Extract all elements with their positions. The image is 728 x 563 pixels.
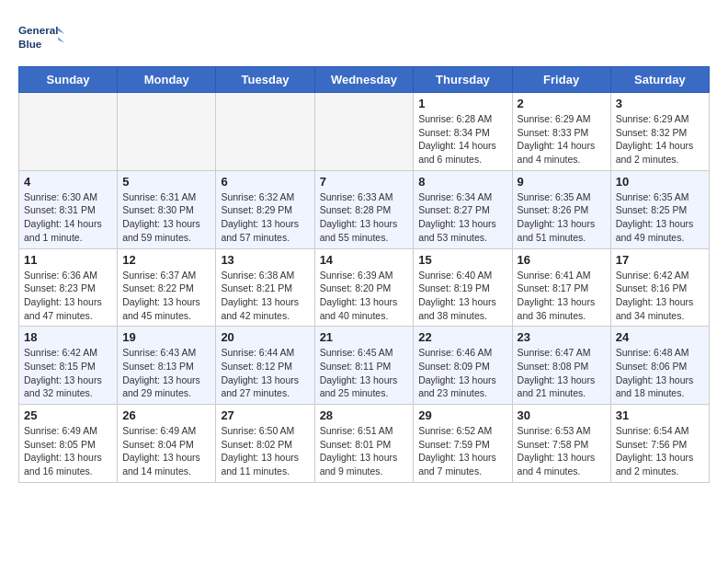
day-info: Sunrise: 6:53 AMSunset: 7:58 PMDaylight:… — [518, 424, 606, 478]
calendar-day: 29Sunrise: 6:52 AMSunset: 7:59 PMDayligh… — [414, 405, 512, 483]
day-info: Sunrise: 6:40 AMSunset: 8:19 PMDaylight:… — [418, 269, 506, 323]
day-info: Sunrise: 6:48 AMSunset: 8:06 PMDaylight:… — [616, 346, 704, 400]
day-number: 28 — [320, 408, 409, 422]
calendar-day: 18Sunrise: 6:42 AMSunset: 8:15 PMDayligh… — [19, 327, 118, 405]
day-info: Sunrise: 6:39 AMSunset: 8:20 PMDaylight:… — [320, 269, 409, 323]
calendar-day: 31Sunrise: 6:54 AMSunset: 7:56 PMDayligh… — [610, 405, 709, 483]
weekday-header-saturday: Saturday — [610, 67, 709, 93]
day-info: Sunrise: 6:50 AMSunset: 8:02 PMDaylight:… — [221, 424, 309, 478]
day-info: Sunrise: 6:28 AMSunset: 8:34 PMDaylight:… — [418, 112, 506, 167]
weekday-header-monday: Monday — [118, 67, 216, 93]
day-info: Sunrise: 6:41 AMSunset: 8:17 PMDaylight:… — [518, 269, 606, 323]
day-info: Sunrise: 6:32 AMSunset: 8:29 PMDaylight:… — [221, 190, 309, 245]
svg-text:General: General — [18, 24, 58, 36]
day-info: Sunrise: 6:30 AMSunset: 8:31 PMDaylight:… — [24, 190, 112, 245]
day-number: 6 — [221, 175, 309, 189]
calendar-day: 16Sunrise: 6:41 AMSunset: 8:17 PMDayligh… — [512, 248, 610, 327]
logo: General Blue — [18, 18, 64, 57]
svg-marker-2 — [58, 28, 64, 34]
day-info: Sunrise: 6:49 AMSunset: 8:05 PMDaylight:… — [24, 424, 112, 478]
calendar-day: 17Sunrise: 6:42 AMSunset: 8:16 PMDayligh… — [610, 248, 709, 327]
calendar-day: 11Sunrise: 6:36 AMSunset: 8:23 PMDayligh… — [19, 248, 118, 327]
calendar-day: 20Sunrise: 6:44 AMSunset: 8:12 PMDayligh… — [216, 327, 314, 405]
day-number: 11 — [24, 253, 112, 267]
day-number: 7 — [320, 175, 409, 189]
weekday-header-tuesday: Tuesday — [216, 67, 314, 93]
calendar-week-1: 1Sunrise: 6:28 AMSunset: 8:34 PMDaylight… — [19, 93, 710, 171]
calendar-day: 15Sunrise: 6:40 AMSunset: 8:19 PMDayligh… — [414, 248, 512, 327]
calendar-day — [118, 93, 216, 171]
day-number: 13 — [221, 253, 309, 267]
weekday-header-thursday: Thursday — [414, 67, 512, 93]
calendar-day: 6Sunrise: 6:32 AMSunset: 8:29 PMDaylight… — [216, 170, 314, 248]
weekday-header-wednesday: Wednesday — [314, 67, 414, 93]
day-info: Sunrise: 6:46 AMSunset: 8:09 PMDaylight:… — [418, 346, 506, 400]
calendar-day — [314, 93, 414, 171]
calendar-day: 26Sunrise: 6:49 AMSunset: 8:04 PMDayligh… — [118, 405, 216, 483]
calendar-day: 14Sunrise: 6:39 AMSunset: 8:20 PMDayligh… — [314, 248, 414, 327]
day-number: 12 — [122, 253, 210, 267]
calendar-day — [19, 93, 118, 171]
calendar-day: 22Sunrise: 6:46 AMSunset: 8:09 PMDayligh… — [414, 327, 512, 405]
day-number: 2 — [518, 97, 606, 110]
calendar-day: 9Sunrise: 6:35 AMSunset: 8:26 PMDaylight… — [512, 170, 610, 248]
calendar-day: 5Sunrise: 6:31 AMSunset: 8:30 PMDaylight… — [118, 170, 216, 248]
day-number: 8 — [418, 175, 506, 189]
calendar-day: 2Sunrise: 6:29 AMSunset: 8:33 PMDaylight… — [512, 93, 610, 171]
calendar-day: 7Sunrise: 6:33 AMSunset: 8:28 PMDaylight… — [314, 170, 414, 248]
day-info: Sunrise: 6:33 AMSunset: 8:28 PMDaylight:… — [320, 190, 409, 245]
calendar-day: 3Sunrise: 6:29 AMSunset: 8:32 PMDaylight… — [610, 93, 709, 171]
day-info: Sunrise: 6:43 AMSunset: 8:13 PMDaylight:… — [122, 346, 210, 400]
calendar-table: SundayMondayTuesdayWednesdayThursdayFrid… — [18, 66, 710, 483]
day-number: 4 — [24, 175, 112, 189]
svg-marker-3 — [58, 37, 64, 43]
day-number: 20 — [221, 330, 309, 344]
day-number: 21 — [320, 330, 409, 344]
calendar-day: 4Sunrise: 6:30 AMSunset: 8:31 PMDaylight… — [19, 170, 118, 248]
day-info: Sunrise: 6:35 AMSunset: 8:26 PMDaylight:… — [518, 190, 606, 245]
calendar-day: 8Sunrise: 6:34 AMSunset: 8:27 PMDaylight… — [414, 170, 512, 248]
day-number: 26 — [122, 408, 210, 422]
calendar-day — [216, 93, 314, 171]
day-number: 10 — [616, 175, 704, 189]
calendar-day: 27Sunrise: 6:50 AMSunset: 8:02 PMDayligh… — [216, 405, 314, 483]
day-number: 14 — [320, 253, 409, 267]
calendar-day: 24Sunrise: 6:48 AMSunset: 8:06 PMDayligh… — [610, 327, 709, 405]
day-number: 30 — [518, 408, 606, 422]
day-info: Sunrise: 6:37 AMSunset: 8:22 PMDaylight:… — [122, 269, 210, 323]
weekday-header-row: SundayMondayTuesdayWednesdayThursdayFrid… — [19, 67, 710, 93]
day-number: 22 — [418, 330, 506, 344]
day-number: 25 — [24, 408, 112, 422]
svg-text:Blue: Blue — [18, 38, 42, 50]
day-number: 31 — [616, 408, 704, 422]
calendar-day: 10Sunrise: 6:35 AMSunset: 8:25 PMDayligh… — [610, 170, 709, 248]
calendar-day: 19Sunrise: 6:43 AMSunset: 8:13 PMDayligh… — [118, 327, 216, 405]
day-info: Sunrise: 6:34 AMSunset: 8:27 PMDaylight:… — [418, 190, 506, 245]
day-info: Sunrise: 6:47 AMSunset: 8:08 PMDaylight:… — [518, 346, 606, 400]
day-info: Sunrise: 6:51 AMSunset: 8:01 PMDaylight:… — [320, 424, 409, 478]
calendar-week-2: 4Sunrise: 6:30 AMSunset: 8:31 PMDaylight… — [19, 170, 710, 248]
calendar-week-3: 11Sunrise: 6:36 AMSunset: 8:23 PMDayligh… — [19, 248, 710, 327]
day-info: Sunrise: 6:54 AMSunset: 7:56 PMDaylight:… — [616, 424, 704, 478]
calendar-day: 21Sunrise: 6:45 AMSunset: 8:11 PMDayligh… — [314, 327, 414, 405]
day-info: Sunrise: 6:42 AMSunset: 8:16 PMDaylight:… — [616, 269, 704, 323]
day-info: Sunrise: 6:35 AMSunset: 8:25 PMDaylight:… — [616, 190, 704, 245]
day-number: 23 — [518, 330, 606, 344]
day-number: 29 — [418, 408, 506, 422]
day-number: 1 — [418, 97, 506, 110]
calendar-week-4: 18Sunrise: 6:42 AMSunset: 8:15 PMDayligh… — [19, 327, 710, 405]
calendar-day: 1Sunrise: 6:28 AMSunset: 8:34 PMDaylight… — [414, 93, 512, 171]
day-number: 16 — [518, 253, 606, 267]
day-info: Sunrise: 6:49 AMSunset: 8:04 PMDaylight:… — [122, 424, 210, 478]
calendar-day: 12Sunrise: 6:37 AMSunset: 8:22 PMDayligh… — [118, 248, 216, 327]
day-number: 3 — [616, 97, 704, 110]
day-info: Sunrise: 6:44 AMSunset: 8:12 PMDaylight:… — [221, 346, 309, 400]
day-number: 15 — [418, 253, 506, 267]
day-info: Sunrise: 6:31 AMSunset: 8:30 PMDaylight:… — [122, 190, 210, 245]
day-info: Sunrise: 6:42 AMSunset: 8:15 PMDaylight:… — [24, 346, 112, 400]
calendar-week-5: 25Sunrise: 6:49 AMSunset: 8:05 PMDayligh… — [19, 405, 710, 483]
day-info: Sunrise: 6:29 AMSunset: 8:33 PMDaylight:… — [518, 112, 606, 167]
day-info: Sunrise: 6:52 AMSunset: 7:59 PMDaylight:… — [418, 424, 506, 478]
logo-svg: General Blue — [18, 18, 64, 57]
day-number: 18 — [24, 330, 112, 344]
